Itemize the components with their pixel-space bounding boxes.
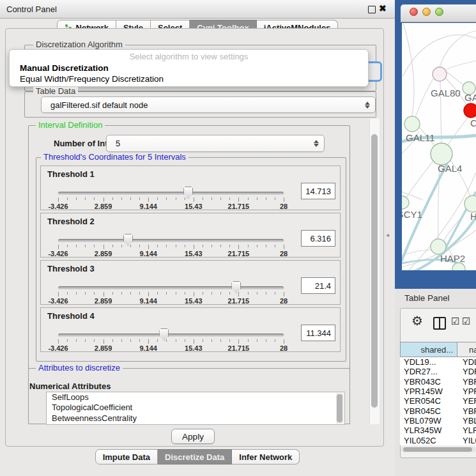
column-header-shared[interactable]: shared... (400, 342, 457, 357)
cell-shared-name[interactable]: YBL079W (400, 416, 457, 426)
thresholds-group-label: Threshold's Coordinates for 5 Intervals (41, 153, 188, 162)
tab-impute-data[interactable]: Impute Data (95, 449, 158, 464)
cell-name[interactable]: YER0 (457, 396, 476, 406)
tick-label: 28 (280, 344, 288, 352)
table-row[interactable]: YBR045CYBR0 (400, 406, 476, 415)
network-nodes: GAL80GACGAL11GAL4GCY1HHAP2 (402, 67, 476, 270)
slider-scale-labels: -3.4262.8599.14415.4321.71528 (58, 203, 284, 210)
table-row[interactable]: YPR145WYPR1 (400, 387, 476, 396)
horizontal-scrollbar-thumb[interactable] (403, 447, 472, 452)
table-body: YDL19...YDL1YDR27...YDR2YBR043CYBR0YPR14… (400, 357, 476, 445)
column-header-name[interactable]: na (457, 342, 476, 357)
cell-shared-name[interactable]: YDL19... (400, 357, 457, 367)
threshold-4-block: Threshold 4 -3.4262.8599.14415.4321.7152… (40, 307, 341, 352)
cell-name[interactable]: YBR0 (457, 377, 476, 387)
checkbox-icon[interactable]: ☑ (462, 316, 470, 327)
checkbox-icon[interactable]: ☑ (451, 316, 459, 327)
apply-button[interactable]: Apply (171, 429, 215, 444)
cell-name[interactable]: YDL1 (457, 357, 476, 367)
threshold-4-value-field[interactable]: 11.344 (301, 325, 335, 341)
cell-name[interactable]: YLR3 (457, 426, 476, 435)
mac-close-icon[interactable] (410, 8, 418, 16)
float-window-icon[interactable] (368, 6, 376, 13)
horizontal-scrollbar[interactable] (401, 447, 476, 452)
list-item[interactable]: SelfLoops (47, 392, 344, 403)
columns-icon[interactable] (433, 317, 446, 330)
attributes-group-label: Attributes to discretize (36, 364, 123, 372)
network-node[interactable] (404, 116, 420, 132)
cell-shared-name[interactable]: YIL052C (400, 436, 457, 445)
threshold-1-value-field[interactable]: 14.713 (301, 183, 335, 199)
node-label: GAL80 (431, 88, 461, 98)
tick-label: 28 (280, 297, 288, 305)
slider-scale-labels: -3.4262.8599.14415.4321.71528 (58, 250, 284, 257)
threshold-2-slider[interactable] (58, 239, 284, 242)
network-node[interactable] (431, 143, 452, 165)
table-row[interactable]: YBR043CYBR0 (400, 377, 476, 387)
table-data-combobox[interactable]: galFiltered.sif default node (41, 96, 376, 113)
mac-minimize-icon[interactable] (422, 8, 431, 16)
tick-label: -3.426 (48, 203, 68, 210)
node-label: HAP2 (440, 253, 465, 264)
tick-label: 15.43 (185, 250, 203, 257)
close-icon[interactable]: ✖ (379, 3, 387, 13)
threshold-3-value-field[interactable]: 21.4 (301, 277, 335, 294)
list-item[interactable]: BetweennessCentrality (47, 413, 344, 424)
cell-shared-name[interactable]: YBR043C (400, 377, 457, 387)
table-row[interactable]: YER054CYER0 (400, 396, 476, 406)
tab-infer-network[interactable]: Infer Network (232, 449, 300, 464)
threshold-2-value-field[interactable]: 6.316 (301, 230, 335, 247)
table-row[interactable]: YDL19...YDL1 (400, 357, 476, 367)
network-node[interactable] (402, 196, 409, 209)
cell-name[interactable]: YBL0 (457, 416, 476, 426)
network-node[interactable] (431, 239, 446, 254)
numerical-attributes-list[interactable]: SelfLoopsTopologicalCoefficientBetweenne… (46, 392, 345, 425)
splitter-collapse-icon[interactable]: ◂ (386, 231, 389, 238)
number-of-intervals-combobox[interactable]: 5 (106, 135, 325, 152)
network-canvas[interactable]: GAL80GACGAL11GAL4GCY1HHAP2 (402, 23, 476, 270)
threshold-1-slider[interactable] (58, 192, 284, 195)
network-node[interactable] (433, 67, 447, 81)
numerical-attributes-label: Numerical Attributes (29, 381, 111, 391)
slider-ticks (58, 245, 284, 250)
gear-icon[interactable]: ⚙ (411, 314, 423, 327)
interval-definition-label: Interval Definition (36, 121, 105, 130)
tick-label: 28 (280, 203, 288, 210)
threshold-2-block: Threshold 2 -3.4262.8599.14415.4321.7152… (40, 213, 341, 257)
tick-label: 9.144 (139, 203, 157, 210)
network-node[interactable] (464, 104, 476, 118)
cell-name[interactable]: YIL0 (457, 436, 476, 445)
list-item[interactable]: TopologicalCoefficient (47, 403, 344, 413)
node-label: GCY1 (402, 209, 422, 220)
cell-name[interactable]: YDR2 (457, 367, 476, 376)
threshold-3-slider[interactable] (58, 286, 284, 289)
list-scrollbar-thumb[interactable] (337, 394, 342, 422)
table-row[interactable]: YBL079WYBL0 (400, 416, 476, 426)
cell-shared-name[interactable]: YDR27... (400, 367, 457, 376)
table-data-label: Table Data (33, 87, 78, 96)
popup-option-manual-discretization[interactable]: Manual Discretization (10, 63, 368, 74)
mac-zoom-icon[interactable] (435, 8, 443, 16)
app-root: Control Panel ✖ Network Style Select Cyn… (0, 0, 476, 476)
cell-name[interactable]: YPR1 (457, 387, 476, 396)
tick-label: 9.144 (139, 344, 157, 352)
tick-label: 2.859 (95, 203, 112, 210)
cell-shared-name[interactable]: YPR145W (400, 387, 457, 396)
cell-name[interactable]: YBR0 (457, 406, 476, 416)
list-scrollbar[interactable] (336, 393, 344, 424)
popup-option-equal-width-frequency[interactable]: Equal Width/Frequency Discretization (10, 74, 368, 85)
cell-shared-name[interactable]: YER054C (400, 396, 457, 406)
table-row[interactable]: YDR27...YDR2 (400, 367, 476, 376)
tick-label: 21.715 (228, 297, 250, 305)
slider-ticks (58, 339, 284, 344)
cell-shared-name[interactable]: YBR045C (400, 406, 457, 416)
main-scrollbar-thumb[interactable] (371, 134, 378, 408)
cell-shared-name[interactable]: YLR345W (400, 426, 457, 435)
tick-label: -3.426 (48, 344, 68, 352)
tab-discretize-data[interactable]: Discretize Data (158, 449, 232, 464)
table-row[interactable]: YLR345WYLR3 (400, 426, 476, 435)
table-row[interactable]: YIL052CYIL0 (400, 435, 476, 445)
node-label: GA (464, 92, 476, 103)
main-scrollbar[interactable] (369, 119, 380, 424)
threshold-4-slider[interactable] (58, 334, 284, 337)
